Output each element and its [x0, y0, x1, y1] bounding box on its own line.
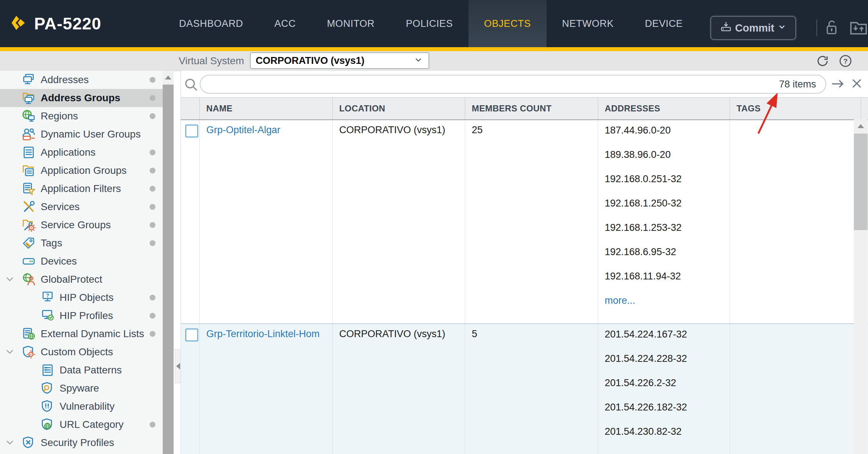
- table-scroll-up-button[interactable]: [854, 119, 868, 133]
- nav-tab-policies[interactable]: POLICIES: [390, 0, 468, 47]
- column-header-addresses[interactable]: ADDRESSES: [598, 98, 730, 119]
- row-checkbox[interactable]: [185, 124, 198, 138]
- expander-chevron-icon[interactable]: [5, 275, 15, 286]
- spyware-icon: [39, 381, 56, 396]
- sidebar-item-regions[interactable]: Regions: [0, 107, 163, 125]
- svg-text:?: ?: [46, 292, 49, 298]
- commit-label: Commit: [735, 22, 774, 34]
- column-header-location[interactable]: LOCATION: [333, 98, 465, 119]
- more-link[interactable]: more...: [605, 295, 635, 306]
- table-scrollbar-thumb[interactable]: [854, 134, 868, 230]
- location-cell: CORPORATIVO (vsys1): [333, 120, 465, 323]
- address-value: 192.168.1.250-32: [605, 197, 730, 209]
- address-value: 192.168.11.94-32: [605, 270, 730, 282]
- search-icon: [183, 77, 199, 94]
- config-folders-icon[interactable]: [849, 18, 868, 39]
- sidebar-scrollbar-thumb[interactable]: [163, 85, 174, 454]
- predefined-dot: [150, 313, 155, 319]
- column-header-tags[interactable]: TAGS: [730, 98, 861, 119]
- sidebar-item-label: Application Groups: [41, 165, 127, 176]
- row-checkbox[interactable]: [185, 328, 198, 341]
- sidebar-item-globalprotect[interactable]: GlobalProtect: [0, 270, 163, 289]
- sidebar-item-custom-objects[interactable]: Custom Objects: [0, 343, 163, 361]
- sidebar-item-label: Dynamic User Groups: [41, 128, 141, 140]
- predefined-dot: [150, 150, 155, 155]
- nav-tab-objects[interactable]: OBJECTS: [469, 0, 547, 47]
- sidebar-item-security-profiles[interactable]: Security Profiles: [0, 434, 163, 452]
- custom-objects-icon: [20, 345, 37, 359]
- column-header-members-count[interactable]: MEMBERS COUNT: [465, 98, 598, 119]
- address-group-name-link[interactable]: Grp-Territorio-Linktel-Hom: [206, 328, 320, 339]
- help-icon[interactable]: ?: [838, 54, 853, 69]
- applications-icon: [20, 145, 37, 160]
- sidebar-item-spyware[interactable]: Spyware: [0, 379, 163, 397]
- next-arrow-icon[interactable]: [830, 77, 845, 93]
- address-value: 201.54.224.228-32: [605, 353, 730, 365]
- table-scrollbar[interactable]: [854, 119, 868, 454]
- sidebar-item-data-patterns[interactable]: Data Patterns: [0, 361, 163, 379]
- device-model-title: PA-5220: [34, 14, 101, 33]
- address-group-name-link[interactable]: Grp-Optitel-Algar: [206, 124, 280, 135]
- top-nav-bar: PA-5220 DASHBOARDACCMONITORPOLICIESOBJEC…: [0, 0, 868, 47]
- nav-tab-dashboard[interactable]: DASHBOARD: [163, 0, 259, 47]
- virtual-system-dropdown[interactable]: CORPORATIVO (vsys1): [250, 52, 429, 69]
- predefined-dot: [150, 168, 155, 173]
- predefined-dot: [150, 113, 155, 119]
- regions-icon: [20, 109, 37, 123]
- commit-button[interactable]: Commit: [710, 16, 796, 40]
- lock-open-icon[interactable]: [822, 18, 840, 39]
- sidebar-object-tree: AddressesAddress GroupsRegionsDynamic Us…: [0, 71, 163, 454]
- sidebar-item-vulnerability[interactable]: Vulnerability: [0, 397, 163, 416]
- name-cell: Grp-Territorio-Linktel-Hom: [200, 324, 333, 454]
- nav-tab-device[interactable]: DEVICE: [629, 0, 698, 47]
- collapse-arrow-icon: [176, 363, 180, 369]
- expander-chevron-icon[interactable]: [5, 438, 15, 449]
- nav-tab-monitor[interactable]: MONITOR: [311, 0, 390, 47]
- sidebar-item-applications[interactable]: Applications: [0, 143, 163, 161]
- sidebar-item-application-groups[interactable]: Application Groups: [0, 161, 163, 180]
- sidebar-item-tags[interactable]: Tags: [0, 234, 163, 252]
- sidebar-item-label: Security Profiles: [41, 437, 114, 449]
- sidebar-item-label: Services: [41, 201, 80, 213]
- nav-tab-network[interactable]: NETWORK: [547, 0, 629, 47]
- service-groups-icon: [20, 218, 37, 232]
- sidebar-item-hip-objects[interactable]: ?HIP Objects: [0, 289, 163, 307]
- search-row: 78 items: [181, 71, 868, 97]
- sidebar-item-dynamic-user-groups[interactable]: Dynamic User Groups: [0, 125, 163, 143]
- sidebar-item-service-groups[interactable]: Service Groups: [0, 216, 163, 234]
- sidebar-item-label: Vulnerability: [60, 401, 114, 412]
- sidebar-item-label: Service Groups: [41, 219, 111, 231]
- clear-icon[interactable]: [850, 77, 864, 92]
- sidebar-item-external-dynamic-lists[interactable]: External Dynamic Lists: [0, 325, 163, 343]
- addresses-cell: 201.54.224.167-32201.54.224.228-32201.54…: [598, 324, 730, 454]
- sidebar-item-url-category[interactable]: URL Category: [0, 416, 163, 434]
- sidebar-item-addresses[interactable]: Addresses: [0, 71, 163, 89]
- globalprotect-icon: [20, 272, 37, 287]
- sidebar-item-label: GlobalProtect: [41, 274, 102, 285]
- address-value: 201.54.230.82-32: [605, 426, 730, 438]
- refresh-icon[interactable]: [816, 54, 830, 69]
- sidebar-item-label: Address Groups: [41, 92, 120, 104]
- sidebar-item-hip-profiles[interactable]: HIP Profiles: [0, 307, 163, 325]
- virtual-system-value: CORPORATIVO (vsys1): [256, 55, 413, 66]
- brand-logo: PA-5220: [10, 0, 101, 47]
- nav-tabs: DASHBOARDACCMONITORPOLICIESOBJECTSNETWOR…: [163, 0, 698, 47]
- address-value: 187.44.96.0-20: [605, 124, 730, 136]
- table-body: Grp-Optitel-AlgarCORPORATIVO (vsys1)2518…: [181, 120, 868, 454]
- context-toolbar: Virtual System CORPORATIVO (vsys1) ?: [0, 51, 868, 71]
- search-input[interactable]: [200, 79, 779, 90]
- sidebar-item-address-groups[interactable]: Address Groups: [0, 89, 163, 107]
- column-header-sliver: [861, 98, 868, 119]
- sidebar-scrollbar[interactable]: [163, 71, 174, 454]
- column-header-name[interactable]: NAME: [200, 98, 333, 119]
- sidebar-item-application-filters[interactable]: Application Filters: [0, 180, 163, 198]
- sidebar-scroll-up-button[interactable]: [163, 71, 174, 84]
- table-header-row: NAMELOCATIONMEMBERS COUNTADDRESSESTAGS: [181, 97, 868, 120]
- expander-chevron-icon[interactable]: [5, 347, 15, 358]
- sidebar-item-services[interactable]: Services: [0, 198, 163, 216]
- sidebar-item-label: Data Patterns: [60, 364, 122, 376]
- nav-tab-acc[interactable]: ACC: [259, 0, 311, 47]
- address-value: 189.38.96.0-20: [605, 149, 730, 161]
- sidebar-item-label: Applications: [41, 147, 96, 158]
- sidebar-item-devices[interactable]: Devices: [0, 252, 163, 270]
